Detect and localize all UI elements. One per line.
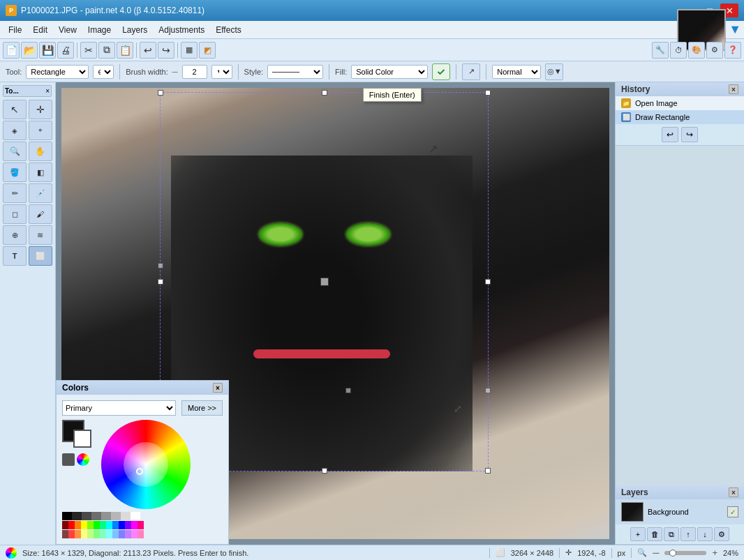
tool-eraser[interactable]: ◻ — [3, 204, 27, 224]
sw2-4[interactable] — [81, 530, 87, 538]
sw-mint[interactable] — [100, 521, 106, 529]
sw2-5[interactable] — [87, 530, 94, 538]
sw2-12[interactable] — [131, 530, 137, 538]
tool-smear[interactable]: ≋ — [29, 225, 52, 245]
add-layer-button[interactable]: + — [630, 527, 646, 541]
sw-darkred[interactable] — [62, 521, 68, 529]
toolbox-close[interactable]: × — [45, 87, 50, 95]
tool-lasso[interactable]: ⌖ — [29, 121, 52, 140]
layer-up-button[interactable]: ↑ — [680, 527, 696, 541]
delete-layer-button[interactable]: 🗑 — [647, 527, 662, 541]
layer-down-button[interactable]: ↓ — [697, 527, 713, 541]
swatch-dark2[interactable] — [82, 512, 91, 520]
save-button[interactable]: 💾 — [39, 42, 56, 59]
tool-pencil[interactable]: ✏ — [3, 183, 27, 203]
fill-select[interactable]: Solid Color — [351, 65, 428, 79]
handle-br[interactable] — [485, 468, 491, 474]
history-undo-button[interactable]: ↩ — [662, 127, 678, 142]
swatch-light1[interactable] — [111, 512, 121, 520]
new-button[interactable]: 📄 — [3, 42, 20, 59]
colors-close-button[interactable]: × — [213, 383, 223, 393]
layer-visibility-toggle[interactable]: ✓ — [727, 506, 738, 517]
settings-icon[interactable]: ⚙ — [706, 42, 723, 59]
history-item-draw[interactable]: ⬜ Draw Rectangle — [616, 110, 744, 124]
menu-image[interactable]: Image — [82, 23, 117, 37]
zoom-out-icon[interactable]: 🔍 — [637, 548, 647, 557]
style-select[interactable]: ───── — [267, 65, 323, 79]
sw2-3[interactable] — [75, 530, 81, 538]
sw-magenta[interactable] — [131, 521, 137, 529]
handle-tr[interactable] — [485, 90, 491, 96]
menu-edit[interactable]: Edit — [27, 23, 53, 37]
tool-text[interactable]: T — [3, 246, 27, 266]
colors-wheel-icon[interactable]: 🎨 — [688, 42, 705, 59]
handle-tm[interactable] — [322, 90, 327, 96]
swatch-light2[interactable] — [121, 512, 131, 520]
copy-button[interactable]: ⧉ — [98, 42, 115, 59]
sw2-10[interactable] — [119, 530, 125, 538]
tool-move-btn[interactable]: ✛ — [29, 100, 52, 119]
tool-select-btn[interactable]: ↖ — [3, 100, 27, 119]
gradient-button[interactable]: ◩ — [199, 42, 216, 59]
history-icon[interactable]: ⏱ — [670, 42, 687, 59]
finish-button[interactable] — [432, 63, 450, 80]
history-close-button[interactable]: × — [729, 84, 738, 94]
brush-width-input[interactable] — [182, 65, 207, 79]
sw-orange[interactable] — [75, 521, 81, 529]
more-button[interactable]: More >> — [181, 400, 223, 416]
swap-colors-icon[interactable] — [77, 453, 89, 466]
print-button[interactable]: 🖨 — [57, 42, 74, 59]
sw2-7[interactable] — [100, 530, 106, 538]
swatch-white[interactable] — [131, 512, 140, 520]
undo-button[interactable]: ↩ — [140, 42, 156, 59]
tool-shape[interactable]: ⬜ — [29, 246, 52, 266]
sw2-8[interactable] — [106, 530, 112, 538]
redo-button[interactable]: ↪ — [158, 42, 174, 59]
brush-width-select[interactable]: ▼ — [211, 65, 232, 79]
sw-red[interactable] — [68, 521, 75, 529]
handle-ml[interactable] — [158, 279, 163, 285]
sw2-2[interactable] — [68, 530, 75, 538]
open-button[interactable]: 📂 — [21, 42, 38, 59]
history-item-open[interactable]: 📁 Open Image — [616, 96, 744, 110]
tool-stamp[interactable]: ⊕ — [3, 225, 27, 245]
tool-gradient2[interactable]: ◧ — [29, 162, 52, 182]
layers-close-button[interactable]: × — [729, 487, 738, 497]
sw-blue[interactable] — [119, 521, 125, 529]
zoom-out-minus[interactable]: ─ — [653, 547, 659, 558]
blend-extra-button[interactable]: ◎▼ — [545, 63, 563, 80]
history-redo-button[interactable]: ↪ — [681, 127, 698, 142]
color-wheel-cursor[interactable] — [136, 468, 143, 475]
tool-recolor[interactable]: 🖌 — [29, 204, 52, 224]
tool-mode-select[interactable]: ⊕ — [93, 65, 114, 79]
sw-green[interactable] — [94, 521, 100, 529]
thumbnail-arrow[interactable]: ▼ — [729, 22, 741, 37]
handle-extra3[interactable] — [485, 388, 491, 393]
handle-mr[interactable] — [485, 279, 491, 285]
swatch-dark1[interactable] — [72, 512, 82, 520]
sw-rose[interactable] — [137, 521, 144, 529]
sw-azure[interactable] — [112, 521, 119, 529]
sw-cyan[interactable] — [106, 521, 112, 529]
zoom-plus[interactable]: + — [712, 547, 717, 558]
sw-lime[interactable] — [87, 521, 94, 529]
tool-paintbucket[interactable]: 🪣 — [3, 162, 27, 182]
handle-tl[interactable] — [158, 90, 163, 96]
sw2-6[interactable] — [94, 530, 100, 538]
tools-icon[interactable]: 🔧 — [652, 42, 669, 59]
tool-pan[interactable]: ✋ — [29, 142, 52, 161]
swatch-gray2[interactable] — [101, 512, 111, 520]
sw2-13[interactable] — [137, 530, 144, 538]
zoom-slider[interactable] — [664, 551, 706, 555]
menu-file[interactable]: File — [3, 23, 27, 37]
swatch-black[interactable] — [62, 512, 72, 520]
handle-extra[interactable] — [158, 263, 163, 268]
menu-layers[interactable]: Layers — [117, 23, 153, 37]
curve-button[interactable]: ↗ — [462, 63, 480, 80]
tool-select[interactable]: Rectangle — [26, 65, 89, 79]
paste-button[interactable]: 📋 — [117, 42, 133, 59]
menu-adjustments[interactable]: Adjustments — [153, 23, 210, 37]
tool-zoom[interactable]: 🔍 — [3, 142, 27, 161]
sw2-9[interactable] — [112, 530, 119, 538]
blend-mode-select[interactable]: Normal — [492, 65, 541, 79]
